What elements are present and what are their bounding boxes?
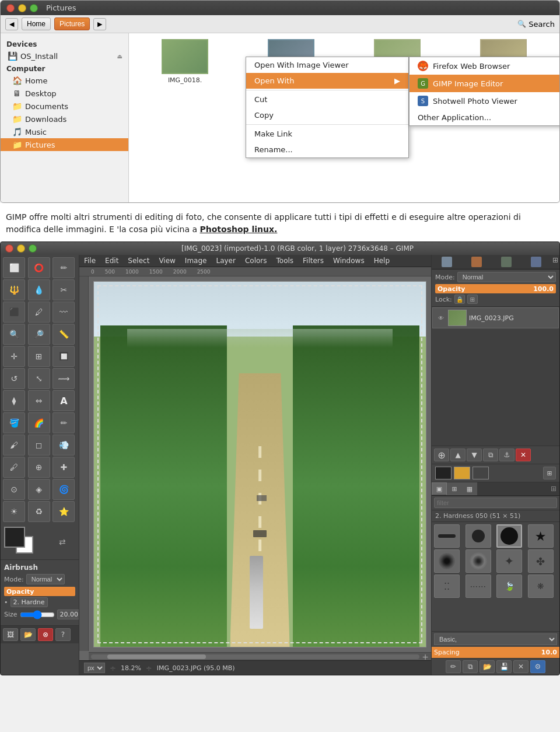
lock-alpha-icon[interactable]: ⊞ — [467, 295, 478, 304]
tab-channels[interactable] — [461, 255, 491, 269]
tool-rotate[interactable]: ↺ — [3, 368, 25, 389]
menu-image[interactable]: Image — [180, 255, 212, 267]
tool-paintbrush[interactable]: 🖌 — [3, 435, 25, 456]
ctx-open-with[interactable]: Open With ▶ — [246, 73, 408, 89]
scroll-thumb[interactable] — [107, 654, 206, 659]
tool-smudge[interactable]: 🌀 — [52, 479, 75, 500]
scroll-right-arrow[interactable]: + — [422, 652, 429, 661]
duplicate-layer-btn[interactable]: ⧉ — [483, 449, 498, 461]
tool-free-select[interactable]: ✏️ — [52, 257, 75, 278]
tool-shear[interactable]: ⟿ — [52, 368, 75, 389]
pictures-button[interactable]: Pictures — [54, 17, 90, 30]
brush-item[interactable] — [466, 524, 491, 548]
sidebar-item-downloads[interactable]: 📁 Downloads — [1, 113, 128, 125]
tool-paths[interactable]: 🖊 — [28, 302, 50, 323]
menu-select[interactable]: Select — [123, 255, 154, 267]
sidebar-item-music[interactable]: 🎵 Music — [1, 125, 128, 138]
gradient-tab[interactable]: ▦ — [462, 482, 477, 495]
tool-heal[interactable]: ✚ — [52, 457, 75, 478]
tool-airbrush[interactable]: 💨 — [52, 435, 75, 456]
tool-zoom[interactable]: 🔎 — [28, 324, 50, 345]
lock-position-icon[interactable]: 🔒 — [454, 295, 465, 304]
eject-icon[interactable]: ⏏ — [117, 53, 123, 59]
edit-brush-icon[interactable]: ✏ — [446, 660, 461, 673]
pattern-icon[interactable]: ⊞ — [543, 467, 556, 479]
tool-move[interactable]: ✛ — [3, 346, 25, 367]
tab-layers[interactable] — [432, 255, 461, 269]
menu-edit[interactable]: Edit — [100, 255, 123, 267]
panel-expand-btn[interactable]: ⊞ — [551, 255, 559, 269]
brush-item[interactable] — [434, 549, 460, 573]
tool-flip[interactable]: ⇔ — [28, 390, 50, 411]
help-icon[interactable]: ? — [55, 628, 71, 641]
import-brush-icon[interactable]: 📂 — [480, 660, 495, 673]
tool-blend[interactable]: 🌈 — [28, 412, 50, 433]
unit-select[interactable]: px — [84, 663, 105, 673]
foreground-color[interactable] — [4, 527, 25, 548]
new-image-icon[interactable]: 🖼 — [3, 628, 18, 641]
move-layer-down-btn[interactable]: ▼ — [467, 449, 482, 461]
menu-colors[interactable]: Colors — [240, 255, 272, 267]
menu-filters[interactable]: Filters — [298, 255, 328, 267]
layer-mode-select[interactable]: Normal — [457, 272, 556, 282]
tab-paths[interactable] — [491, 255, 521, 269]
brush-panel-expand[interactable]: ⊞ — [548, 482, 559, 495]
tool-bucket[interactable]: 🪣 — [3, 412, 25, 433]
ctx-make-link[interactable]: Make Link — [246, 126, 408, 142]
close-btn[interactable] — [6, 4, 15, 12]
opacity-bar[interactable]: Opacity — [4, 587, 75, 596]
brush-item[interactable] — [434, 524, 460, 548]
tool-desaturate[interactable]: ♻ — [28, 501, 50, 522]
max-btn[interactable] — [30, 4, 38, 12]
layer-opacity-bar[interactable]: Opacity 100.0 — [435, 284, 556, 293]
hl-color-box[interactable] — [454, 467, 470, 479]
duplicate-brush-icon[interactable]: ⧉ — [463, 660, 478, 673]
brush-category-select[interactable]: Basic, — [434, 633, 557, 645]
tool-crop[interactable]: 🔲 — [52, 346, 75, 367]
mode-select[interactable]: Normal — [26, 574, 65, 584]
menu-windows[interactable]: Windows — [328, 255, 369, 267]
menu-view[interactable]: View — [154, 255, 180, 267]
ctx-open-image-viewer[interactable]: Open With Image Viewer — [246, 57, 408, 73]
tool-foreground-select[interactable]: ⬛ — [3, 302, 25, 323]
tool-perspective-clone[interactable]: ⊙ — [3, 479, 25, 500]
sidebar-item-pictures[interactable]: 📁 Pictures — [1, 138, 128, 151]
open-image-icon[interactable]: 📂 — [20, 628, 36, 641]
delete-brush-icon[interactable]: ✕ — [513, 660, 528, 673]
tool-pencil[interactable]: ✏ — [52, 412, 75, 433]
list-item[interactable]: IMG_0018. — [135, 39, 235, 84]
sidebar-item-desktop[interactable]: 🖥 Desktop — [1, 87, 128, 100]
tool-inkpen[interactable]: 🖋 — [3, 457, 25, 478]
swap-colors-icon[interactable]: ⇄ — [59, 537, 66, 547]
anchor-layer-btn[interactable]: ⚓ — [499, 449, 514, 461]
photoshop-link[interactable]: Photoshop linux. — [200, 225, 278, 234]
layer-item[interactable]: 👁 IMG_0023.JPG — [432, 307, 559, 328]
tool-measure[interactable]: 📏 — [52, 324, 75, 345]
brush-item-selected[interactable] — [496, 524, 522, 548]
tool-blur[interactable]: ◈ — [28, 479, 50, 500]
ctx-rename[interactable]: Rename... — [246, 142, 408, 157]
brush-tab[interactable]: ▣ — [432, 482, 447, 495]
brush-item[interactable]: ✤ — [528, 549, 554, 573]
sidebar-item-home[interactable]: 🏠 Home — [1, 74, 128, 87]
tab-extra[interactable] — [522, 255, 551, 269]
gimp-close-btn[interactable] — [5, 244, 13, 253]
pattern-tab[interactable]: ⊞ — [447, 482, 462, 495]
brush-item[interactable]: ⋯⋯ — [466, 575, 491, 598]
tool-text[interactable]: A — [52, 390, 75, 411]
brush-item[interactable]: ❋ — [528, 575, 554, 598]
menu-file[interactable]: File — [79, 255, 100, 267]
tool-rectangle-select[interactable]: ⬜ — [3, 257, 25, 278]
tool-fuzzy-select[interactable]: 🔱 — [3, 279, 25, 300]
menu-layer[interactable]: Layer — [211, 255, 240, 267]
tool-perspective[interactable]: ⧫ — [3, 390, 25, 411]
gimp-min-btn[interactable] — [17, 244, 25, 253]
sub-shotwell[interactable]: S Shotwell Photo Viewer — [410, 92, 559, 110]
brush-item[interactable]: ✦ — [496, 549, 522, 573]
sidebar-item-documents[interactable]: 📁 Documents — [1, 100, 128, 113]
bg-color-box[interactable] — [473, 467, 489, 479]
sub-gimp[interactable]: G GIMP Image Editor — [410, 75, 559, 92]
tool-color-select[interactable]: 💧 — [28, 279, 50, 300]
layer-visibility-icon[interactable]: 👁 — [436, 314, 446, 322]
gimp-max-btn[interactable] — [29, 244, 37, 253]
